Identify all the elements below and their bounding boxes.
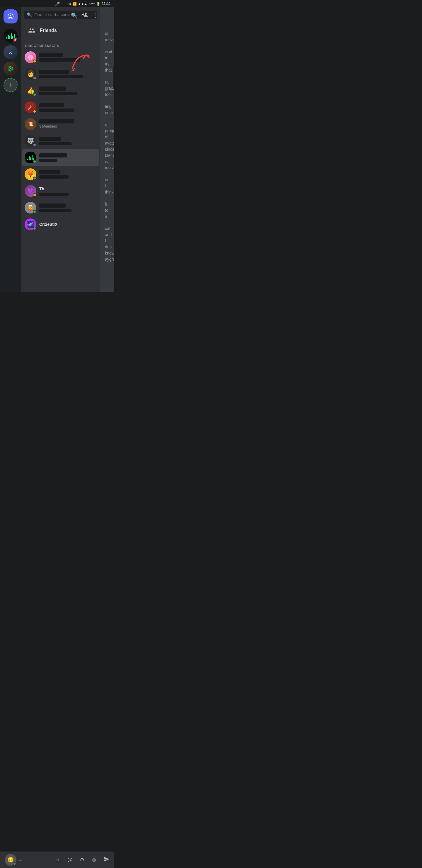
- dm-section-header: DIRECT MESSAGES: [21, 40, 100, 49]
- status-indicator: [33, 193, 36, 197]
- dm-item[interactable]: 🐺: [22, 132, 99, 149]
- notification-badge: 1: [13, 37, 18, 43]
- add-friend-icon[interactable]: [82, 12, 88, 19]
- dm-list[interactable]: 🌸 👩: [21, 49, 100, 292]
- time-display: 11:11: [102, 2, 111, 6]
- dm-preview: [39, 209, 71, 212]
- dm-info: [39, 103, 97, 112]
- avatar-wrap: 🗡️: [25, 101, 36, 113]
- search-action-icon[interactable]: 🔍: [71, 12, 77, 19]
- sidebar-item-music-server[interactable]: 1: [3, 29, 18, 43]
- dm-item[interactable]: 👩: [22, 66, 99, 82]
- add-server-button[interactable]: +: [3, 78, 18, 92]
- dm-name: [39, 87, 66, 91]
- plus-icon: +: [9, 82, 12, 88]
- status-bar: 🎤 ⊕ 📶 ▲▲▲ 83% 🔋 11:11: [0, 0, 114, 7]
- dm-info: Th...: [39, 186, 97, 196]
- dm-info: [39, 87, 97, 95]
- chat-messages: ou move wait to try that ra graphics too…: [100, 25, 114, 292]
- dm-info: [39, 204, 97, 212]
- dm-info: [39, 70, 97, 78]
- dm-info: [39, 153, 97, 162]
- screen-record-icon: ⊕: [68, 2, 71, 6]
- chat-message: ting near: [105, 103, 109, 116]
- dm-info: [39, 53, 97, 62]
- dm-item-active[interactable]: [22, 149, 99, 166]
- dm-name: [39, 137, 61, 141]
- chat-panel: ou move wait to try that ra graphics too…: [100, 7, 114, 292]
- friends-icon: [27, 26, 36, 35]
- app-container: 1 ⚔ 🐉 + 🔍 🔍: [0, 7, 114, 292]
- battery-icon: 🔋: [96, 2, 100, 6]
- sidebar-item-server-2[interactable]: ⚔: [3, 45, 18, 59]
- dm-item[interactable]: 🦊: [22, 166, 99, 182]
- dm-item[interactable]: 🧝: [22, 199, 99, 216]
- search-icon: 🔍: [27, 12, 32, 17]
- status-indicator: [33, 177, 36, 180]
- dm-preview: [39, 92, 77, 95]
- status-indicator: [33, 143, 36, 147]
- dm-item[interactable]: 🗡️: [22, 99, 99, 116]
- dm-preview: [39, 58, 80, 62]
- mic-icon: 🎤: [55, 1, 60, 6]
- avatar-wrap: 🧝: [25, 202, 36, 214]
- status-indicator: [33, 110, 36, 113]
- chat-message: can addI don't knowaygrade: [105, 225, 109, 262]
- dm-preview: [39, 75, 83, 78]
- dm-name: [39, 70, 69, 74]
- avatar-wrap: 👩: [25, 68, 36, 80]
- friends-button[interactable]: Friends: [24, 24, 97, 37]
- status-indicator: [33, 210, 36, 214]
- avatar-wrap: 👍: [25, 85, 36, 96]
- dm-preview: [39, 108, 74, 112]
- chat-message: it to a: [105, 201, 109, 220]
- dm-name: [39, 119, 74, 123]
- scrollbar[interactable]: [112, 7, 114, 292]
- chat-message: e progress.of avatar sinceblem is most: [105, 122, 109, 171]
- chat-message: ra graphics too,: [105, 79, 109, 98]
- avatar-wrap: 💜: [25, 185, 36, 197]
- dm-name: [39, 53, 63, 57]
- dm-item[interactable]: 🌸: [22, 49, 99, 65]
- dm-preview: [39, 142, 71, 145]
- dm-item[interactable]: 👍: [22, 83, 99, 99]
- avatar-wrap: [25, 152, 36, 163]
- dm-name: [39, 170, 60, 174]
- avatar-wrap: 📜: [25, 118, 36, 130]
- status-indicator: [33, 160, 36, 163]
- battery-percentage: 83%: [89, 2, 95, 6]
- status-indicator: [33, 227, 36, 230]
- status-indicator: [33, 93, 36, 96]
- chat-message: ou move: [105, 31, 109, 43]
- avatar-wrap: 🐺: [25, 135, 36, 147]
- signal-icon: ▲▲▲: [78, 2, 88, 6]
- avatar-wrap: 🌌: [25, 218, 36, 230]
- header-actions: 🔍 ⋮: [71, 12, 98, 19]
- dm-name: [39, 103, 64, 107]
- wifi-icon: 📶: [72, 2, 77, 6]
- home-button[interactable]: [3, 9, 18, 24]
- members-count: 3 Members: [39, 124, 57, 128]
- dm-item[interactable]: 📜 3 Members: [22, 116, 99, 132]
- friends-section: Friends: [21, 21, 100, 40]
- more-icon[interactable]: ⋮: [93, 12, 98, 19]
- avatar: 📜: [25, 118, 36, 130]
- server-list: 1 ⚔ 🐉 +: [0, 7, 21, 292]
- dm-item[interactable]: 🌌 CrxieStiX: [22, 216, 99, 232]
- chat-message: ou I think: [105, 177, 109, 195]
- avatar-wrap: 🦊: [25, 168, 36, 180]
- scrollbar-thumb: [113, 66, 114, 89]
- dm-item[interactable]: 💜 Th...: [22, 183, 99, 199]
- dm-info: [39, 137, 97, 145]
- dm-preview: [39, 159, 57, 162]
- dm-name: [39, 204, 66, 208]
- sidebar-item-server-3[interactable]: 🐉: [3, 62, 18, 76]
- dm-name: CrxieStiX: [39, 222, 58, 227]
- chat-message: wait to try that: [105, 49, 109, 73]
- status-indicator: [33, 76, 36, 80]
- dm-name: Th...: [39, 186, 48, 191]
- dm-info: [39, 170, 97, 179]
- avatar-wrap: 🌸: [25, 51, 36, 63]
- friends-label: Friends: [40, 28, 57, 33]
- dm-info: CrxieStiX: [39, 222, 97, 227]
